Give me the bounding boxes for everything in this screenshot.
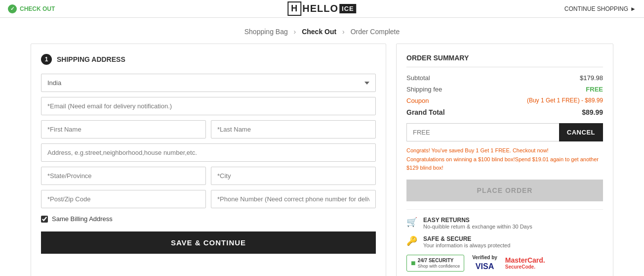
zip-phone-row — [41, 190, 376, 208]
safe-secure-sub: Your information is always protected — [423, 242, 510, 248]
address-input[interactable] — [41, 143, 376, 162]
order-summary-panel: ORDER SUMMARY Subtotal $179.98 Shipping … — [396, 44, 613, 276]
subtotal-row: Subtotal $179.98 — [406, 74, 603, 82]
grand-total-row: Grand Total $89.99 — [406, 108, 603, 116]
safe-secure-title: SAFE & SECURE — [423, 235, 510, 242]
breadcrumb-step2: Check Out — [302, 28, 336, 36]
last-name-input[interactable] — [211, 120, 376, 138]
same-billing-checkbox[interactable] — [41, 216, 48, 223]
security-main: 24/7 SECURITY — [418, 257, 460, 264]
security-sub: Shop with confidence — [418, 264, 460, 270]
visa-text: VISA — [472, 261, 497, 272]
promo-line2: Congratulations on winning a $100 blind … — [406, 155, 603, 173]
trust-section: 🛒 EASY RETURNS No-quibble return & excha… — [406, 209, 603, 272]
phone-input[interactable] — [211, 190, 376, 208]
checkout-label: CHECK OUT — [20, 5, 55, 12]
save-continue-button[interactable]: SAVE & CONTINUE — [41, 231, 376, 254]
step-badge: 1 — [41, 54, 52, 65]
subtotal-label: Subtotal — [406, 74, 430, 82]
grand-total-label: Grand Total — [406, 108, 445, 116]
safe-icon: 🔑 — [406, 235, 417, 246]
breadcrumb-step3: Order Complete — [351, 28, 400, 36]
logo-ice: ICE — [339, 4, 357, 13]
mc-bottom: SecureCode. — [505, 264, 545, 270]
shipping-panel: 1 SHIPPING ADDRESS India United States U… — [31, 44, 386, 276]
name-row — [41, 120, 376, 138]
promo-line1: Congrats! You've saved Buy 1 Get 1 FREE.… — [406, 146, 603, 155]
site-logo: H HELLO ICE — [287, 1, 356, 16]
subtotal-value: $179.98 — [580, 74, 603, 82]
mc-top: MasterCard. — [505, 256, 545, 264]
city-input[interactable] — [211, 167, 376, 185]
coupon-input-row: CANCEL — [406, 123, 603, 141]
breadcrumb-separator-1: › — [294, 28, 296, 36]
easy-returns-item: 🛒 EASY RETURNS No-quibble return & excha… — [406, 217, 603, 230]
checkout-nav[interactable]: ✓ CHECK OUT — [8, 4, 55, 13]
logo-hello: HELLO — [302, 3, 338, 14]
shield-icon: ■ — [411, 259, 416, 268]
logo-h: H — [287, 1, 301, 16]
state-city-row — [41, 167, 376, 185]
visa-verified: Verified by — [472, 254, 497, 261]
continue-shopping-link[interactable]: CONTINUE SHOPPING ► — [564, 5, 636, 12]
coupon-row: Coupon (Buy 1 Get 1 FREE) - $89.99 — [406, 97, 603, 104]
arrow-right-icon: ► — [630, 5, 636, 12]
state-input[interactable] — [41, 167, 206, 185]
easy-returns-text: EASY RETURNS No-quibble return & exchang… — [423, 217, 532, 230]
mastercard-badge: MasterCard. SecureCode. — [505, 256, 545, 270]
returns-icon: 🛒 — [406, 217, 417, 228]
shipping-row: Shipping fee FREE — [406, 86, 603, 93]
checkout-icon: ✓ — [8, 4, 17, 13]
country-select[interactable]: India United States United Kingdom Canad… — [41, 74, 376, 92]
zip-input[interactable] — [41, 190, 206, 208]
section-title-text: SHIPPING ADDRESS — [57, 55, 125, 63]
grand-total-value: $89.99 — [582, 108, 603, 116]
easy-returns-title: EASY RETURNS — [423, 217, 532, 224]
place-order-button[interactable]: PLACE ORDER — [406, 180, 603, 201]
country-field-row: India United States United Kingdom Canad… — [41, 74, 376, 92]
email-input[interactable] — [41, 97, 376, 115]
visa-badge: Verified by VISA — [472, 254, 497, 272]
breadcrumb: Shopping Bag › Check Out › Order Complet… — [0, 18, 644, 44]
same-billing-row: Same Billing Address — [41, 215, 376, 223]
address-field-row — [41, 143, 376, 162]
section-title: 1 SHIPPING ADDRESS — [41, 54, 376, 65]
header: ✓ CHECK OUT H HELLO ICE CONTINUE SHOPPIN… — [0, 0, 644, 18]
safe-secure-item: 🔑 SAFE & SECURE Your information is alwa… — [406, 235, 603, 248]
breadcrumb-separator-2: › — [342, 28, 345, 36]
coupon-label: Coupon — [406, 97, 429, 104]
security-badge-text: 24/7 SECURITY Shop with confidence — [418, 257, 460, 270]
coupon-value: (Buy 1 Get 1 FREE) - $89.99 — [527, 97, 603, 104]
cancel-coupon-button[interactable]: CANCEL — [559, 123, 603, 141]
order-summary-title: ORDER SUMMARY — [406, 54, 603, 67]
coupon-input[interactable] — [406, 123, 559, 141]
promo-text: Congrats! You've saved Buy 1 Get 1 FREE.… — [406, 146, 603, 173]
continue-shopping-label: CONTINUE SHOPPING — [564, 5, 628, 12]
main-content: 1 SHIPPING ADDRESS India United States U… — [11, 44, 633, 276]
shipping-value: FREE — [586, 86, 603, 93]
easy-returns-sub: No-quibble return & exchange within 30 D… — [423, 224, 532, 230]
shipping-label: Shipping fee — [406, 86, 442, 93]
badges-row: ■ 24/7 SECURITY Shop with confidence Ver… — [406, 254, 603, 272]
security-badge: ■ 24/7 SECURITY Shop with confidence — [406, 255, 464, 272]
first-name-input[interactable] — [41, 120, 206, 138]
breadcrumb-step1: Shopping Bag — [244, 28, 288, 36]
safe-secure-text: SAFE & SECURE Your information is always… — [423, 235, 510, 248]
email-field-row — [41, 97, 376, 115]
same-billing-label: Same Billing Address — [52, 215, 113, 223]
